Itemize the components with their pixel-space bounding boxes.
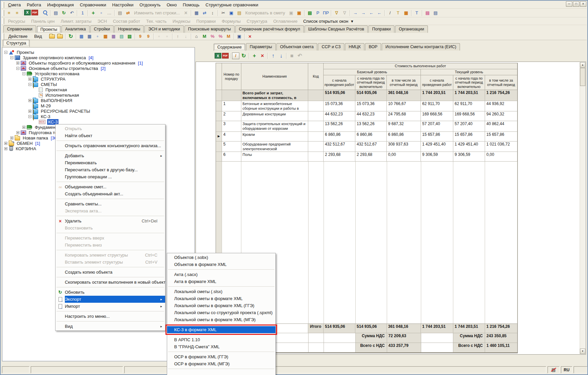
tree-node[interactable]: - СМЕТЫ [2,82,195,87]
object-edit-icon[interactable] [110,33,117,40]
panel-button[interactable]: Структура [244,19,270,24]
tree-node-label[interactable]: РЕСУРСНЫЕ РАСЧЕТЫ [40,108,91,114]
doc-add-icon[interactable] [94,33,101,40]
doc-gray-alt-icon[interactable] [163,33,171,40]
outdent-left-icon[interactable] [368,10,375,16]
view-menu[interactable]: Вид [31,34,45,39]
tree-expander[interactable]: + [10,136,13,139]
content-tab[interactable]: Объектная смета [276,43,318,51]
nav-tab[interactable]: Организации [395,25,428,33]
sort-icon[interactable] [209,10,216,16]
tree-node[interactable]: + РЕСУРСНЫЕ РАСЧЕТЫ [2,108,195,114]
toolbar-grip[interactable] [2,33,4,39]
tree-expander[interactable]: - [28,83,31,86]
tree-expander[interactable]: + [4,142,7,145]
network-icon[interactable] [236,33,243,40]
truck-icon[interactable] [394,10,402,16]
tree-node[interactable]: + ВЫПОЛНЕНИЯ [2,98,195,103]
tree-node-label[interactable]: Фундамент [34,124,58,130]
object-add-icon[interactable] [78,33,85,40]
tree-node-label[interactable]: Исполнительная [44,92,80,98]
table-row[interactable]: 1 Бетонные и железобетонные сборные конс… [216,101,517,112]
nav-tab[interactable]: Проекты [37,26,61,33]
undo-icon[interactable] [68,10,76,16]
menubar-item[interactable]: Информация [44,2,77,8]
object-add-alt-icon[interactable] [86,33,93,40]
tree-node-label[interactable]: Устройство котлована [34,71,80,77]
act-add-icon[interactable] [118,33,125,40]
cost-group-header[interactable]: Стоимость выполненных работ [324,63,517,69]
scroll-up-arrow-icon[interactable]: ▲ [580,62,585,68]
object-convert-icon[interactable] [102,33,109,40]
menubar-item[interactable]: Структурные справочники [203,2,261,8]
context-menu-item[interactable]: Переместить вниз [55,242,165,249]
context-menu-item[interactable]: Импорт ▸ [55,303,165,310]
export-pdf-icon[interactable] [222,53,229,59]
menubar-item[interactable]: Работа [24,2,44,8]
context-menu-item[interactable]: Объединение смет... [55,183,165,190]
tab-structure[interactable]: Структура [3,39,30,47]
tree-expander[interactable]: - [4,51,7,54]
refresh-icon[interactable] [67,33,75,40]
tree-node-label[interactable]: Объекты подсобного и обслуживающего назн… [28,60,136,66]
doc-p-icon[interactable] [314,10,322,16]
context-menu-item[interactable]: Открыть справочник конъюнктурного анализ… [55,142,165,149]
refresh-icon[interactable] [60,10,68,16]
tree-node-label[interactable]: КОРЗИНА [15,146,37,152]
scroll-down-arrow-icon[interactable]: ▼ [580,349,585,354]
tree-node-label[interactable]: Проектная [44,87,68,93]
context-menu-item[interactable]: Переместить вверх [55,235,165,242]
content-tab[interactable]: ВОР [365,43,381,51]
tree-node-label[interactable]: СМЕТЫ [40,82,58,87]
menubar-item[interactable]: Окно [163,2,180,8]
tree-expander[interactable]: + [28,78,31,81]
print-icon[interactable] [116,10,124,16]
open-windows-button[interactable]: Список открытых окон [301,19,351,24]
toolbar-grip[interactable] [2,2,4,8]
export-submenu-item[interactable]: Акта в формате XML [167,278,275,285]
context-menu-item[interactable]: Экспорт ▸ [55,296,165,303]
filter-icon[interactable] [333,10,340,16]
context-menu-item[interactable]: Копировать элемент структуры Ctrl+C [55,252,165,259]
nav-tab[interactable]: Шаблоны Сводных Расчётов [305,25,368,33]
nav-tab[interactable]: Поправки [368,25,394,33]
context-menu-item[interactable]: Обновить [55,289,165,296]
estimate-book-icon[interactable] [306,10,314,16]
stop-icon[interactable] [288,53,296,59]
panel-button[interactable]: Поправки [193,19,219,24]
books-blue-icon[interactable] [432,10,439,16]
nav-tab[interactable]: Поисковые маршруты [185,25,235,33]
keyboard-layout-indicator[interactable]: RU [561,366,572,373]
panel-button[interactable]: Формулы [219,19,244,24]
panel-button[interactable]: Панель цен [28,19,57,24]
folder-up-icon[interactable] [48,33,56,40]
tree-node-label[interactable]: М-29 [40,103,52,109]
outdent-left-line-icon[interactable] [376,10,383,16]
search-icon[interactable] [41,10,49,16]
export-submenu-item[interactable]: КС-3 в формате XML [167,326,275,333]
panel-button[interactable]: ЭСН [95,19,110,24]
col-header[interactable]: в том числе за отчетный период [387,75,421,90]
context-menu-item[interactable]: Настроить это меню... [55,313,165,320]
export-excel-icon[interactable] [24,10,31,15]
copy-to-estimate-button[interactable]: Копировать в смету [243,10,287,15]
export-submenu-item[interactable]: Локальной сметы в формате XML (МГЭ) [167,316,275,323]
current-level-header[interactable]: Текущий уровень [421,69,517,75]
nav-tab[interactable]: Стройки [90,25,114,33]
indent-right-line-icon[interactable] [360,10,367,16]
tree-expander[interactable]: + [16,62,19,65]
context-menu-item[interactable]: Экспертиза акта... [55,207,165,214]
tree-node-label[interactable]: ОБМЕН [16,140,34,146]
context-menu-item[interactable]: Переименовать [55,159,165,166]
col-num-header[interactable]: Номер по порядку [222,63,241,90]
col-header[interactable]: с начала проведения работ [421,75,453,90]
tree-node[interactable]: Проектная [2,87,195,92]
context-menu-item[interactable]: Групповые операции ... [55,173,165,180]
context-menu-item[interactable]: Скопировать остатки выполнения в новый о… [55,279,165,286]
context-menu-item[interactable]: Открыть [55,125,165,132]
copy-icon[interactable] [228,10,235,16]
col-header[interactable]: с начала года по отчетный период включит… [453,75,485,90]
col-header[interactable]: в том числе за отчетный период [485,75,517,90]
tree-node[interactable]: + СТРУКТУРА [2,76,195,82]
m29-report-icon[interactable] [201,33,208,40]
